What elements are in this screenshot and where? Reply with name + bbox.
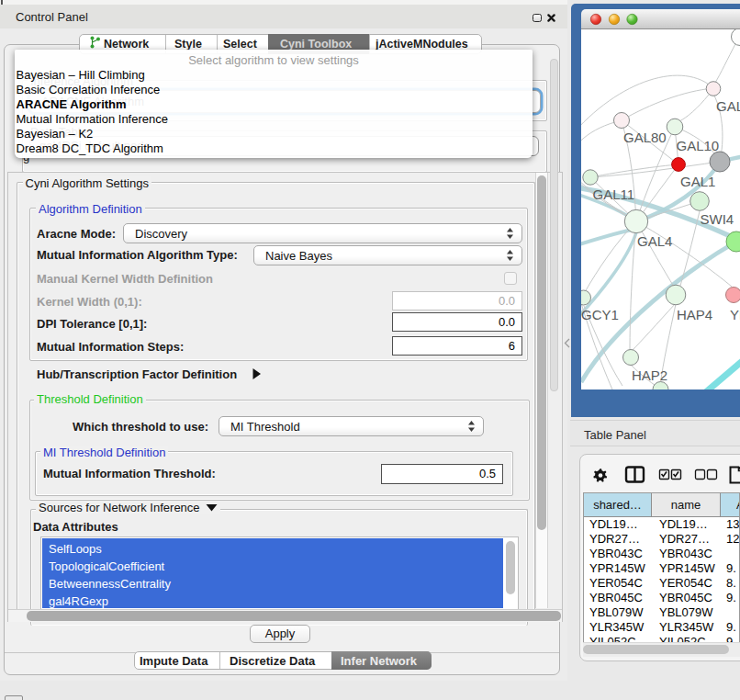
svg-text:HAP4: HAP4 xyxy=(677,307,712,322)
svg-text:HAP2: HAP2 xyxy=(632,367,667,383)
svg-text:SWI4: SWI4 xyxy=(701,211,734,227)
svg-text:GAL4: GAL4 xyxy=(637,233,672,249)
svg-text:GCY1: GCY1 xyxy=(581,307,619,322)
svg-text:GAL2: GAL2 xyxy=(716,98,740,114)
svg-text:GAL10: GAL10 xyxy=(677,138,720,153)
svg-text:GAL80: GAL80 xyxy=(623,130,667,145)
svg-text:YP: YP xyxy=(730,307,740,322)
svg-text:GAL1: GAL1 xyxy=(680,174,715,189)
svg-text:GAL11: GAL11 xyxy=(593,186,635,202)
